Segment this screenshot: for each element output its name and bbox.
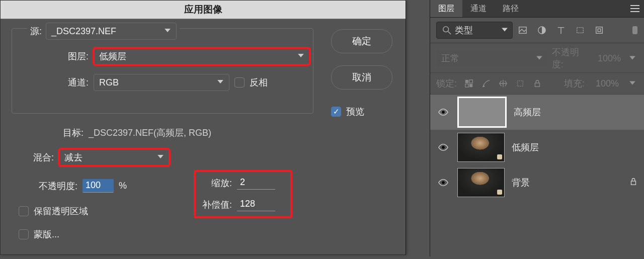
layers-list: 高频层 低频层 背景 bbox=[430, 95, 644, 200]
tab-channels[interactable]: 通道 bbox=[462, 0, 495, 17]
layers-panel: 图层 通道 路径 类型 bbox=[430, 0, 644, 256]
channel-label: 通道: bbox=[60, 76, 89, 89]
svg-point-16 bbox=[442, 181, 445, 184]
svg-rect-12 bbox=[518, 81, 523, 87]
preview-checkbox[interactable]: ✓ bbox=[331, 107, 341, 117]
panel-filter-toolbar: 类型 bbox=[430, 18, 644, 43]
filter-type-label: 类型 bbox=[455, 24, 473, 36]
svg-point-14 bbox=[442, 111, 445, 114]
layer-name: 低频层 bbox=[512, 141, 539, 153]
channel-value: RGB bbox=[99, 77, 119, 88]
visibility-icon[interactable] bbox=[436, 107, 450, 118]
source-group: 源: _DSC2397.NEF 图层: 低频层 bbox=[12, 28, 313, 114]
blend-opacity-row: 正常 不透明度: 100% bbox=[430, 43, 644, 73]
channel-select[interactable]: RGB bbox=[94, 74, 229, 91]
blend-select[interactable]: 减去 bbox=[59, 149, 170, 166]
ok-button[interactable]: 确定 bbox=[331, 29, 392, 53]
preserve-transparent-checkbox[interactable] bbox=[19, 206, 29, 216]
svg-rect-5 bbox=[596, 27, 603, 34]
adjustment-filter-icon[interactable] bbox=[537, 25, 547, 35]
svg-point-0 bbox=[443, 27, 449, 32]
chevron-down-icon bbox=[217, 77, 224, 88]
dialog-title: 应用图像 bbox=[1, 1, 406, 19]
blend-value: 减去 bbox=[64, 151, 83, 163]
mask-label: 蒙版... bbox=[34, 228, 59, 240]
chevron-down-icon bbox=[297, 51, 304, 62]
offset-label: 补偿值: bbox=[200, 199, 232, 211]
layer-label: 图层: bbox=[60, 50, 89, 62]
svg-rect-8 bbox=[469, 84, 472, 87]
mask-checkbox[interactable] bbox=[19, 229, 29, 239]
panel-opacity-input[interactable]: 100% bbox=[594, 51, 638, 66]
search-icon bbox=[442, 25, 452, 35]
lock-image-icon[interactable] bbox=[481, 78, 491, 89]
blend-mode-value: 正常 bbox=[441, 52, 459, 64]
lock-icon bbox=[629, 177, 638, 189]
filter-toggle[interactable] bbox=[632, 26, 638, 35]
svg-rect-4 bbox=[577, 28, 584, 33]
offset-input[interactable]: 128 bbox=[237, 198, 275, 211]
preview-label: 预览 bbox=[346, 106, 364, 118]
type-filter-icon[interactable] bbox=[556, 25, 566, 35]
layer-row[interactable]: 低频层 bbox=[430, 130, 644, 165]
source-select[interactable]: _DSC2397.NEF bbox=[46, 23, 177, 40]
scale-offset-highlight: 缩放: 2 补偿值: 128 bbox=[195, 171, 291, 217]
source-label: 源: bbox=[30, 25, 42, 37]
layer-thumbnail[interactable] bbox=[457, 168, 505, 197]
shape-filter-icon[interactable] bbox=[575, 25, 585, 35]
lock-all-icon[interactable] bbox=[532, 78, 542, 89]
fill-input[interactable]: 100% bbox=[592, 76, 638, 91]
layer-row[interactable]: 高频层 bbox=[430, 95, 644, 130]
svg-rect-10 bbox=[465, 84, 468, 87]
target-label: 目标: bbox=[63, 127, 84, 139]
svg-rect-7 bbox=[465, 80, 468, 83]
invert-label: 反相 bbox=[250, 76, 268, 89]
layer-row[interactable]: 背景 bbox=[430, 165, 644, 200]
opacity-input[interactable]: 100 bbox=[83, 179, 114, 193]
chevron-down-icon bbox=[501, 25, 508, 36]
chevron-down-icon bbox=[164, 26, 171, 37]
layer-select[interactable]: 低频层 bbox=[94, 48, 310, 65]
preserve-transparent-label: 保留透明区域 bbox=[34, 205, 88, 217]
source-value: _DSC2397.NEF bbox=[51, 26, 116, 37]
svg-rect-9 bbox=[469, 80, 472, 83]
pixel-filter-icon[interactable] bbox=[518, 25, 528, 35]
lock-transparent-icon[interactable] bbox=[464, 78, 474, 89]
lock-artboard-icon[interactable] bbox=[515, 78, 525, 89]
panel-tabs: 图层 通道 路径 bbox=[430, 0, 644, 18]
layer-name: 高频层 bbox=[514, 106, 541, 118]
panel-menu-icon[interactable] bbox=[626, 0, 644, 17]
chevron-down-icon bbox=[157, 152, 164, 163]
chevron-down-icon bbox=[629, 53, 636, 64]
smart-filter-icon[interactable] bbox=[594, 25, 604, 35]
cancel-button[interactable]: 取消 bbox=[331, 65, 392, 90]
svg-line-1 bbox=[448, 32, 451, 34]
svg-rect-6 bbox=[598, 29, 600, 31]
svg-rect-17 bbox=[631, 181, 636, 185]
fill-label: 填充: bbox=[564, 77, 585, 90]
blend-label: 混合: bbox=[29, 151, 54, 163]
layer-value: 低频层 bbox=[99, 50, 126, 62]
visibility-icon[interactable] bbox=[436, 177, 450, 188]
svg-point-11 bbox=[483, 85, 485, 88]
blend-mode-select[interactable]: 正常 bbox=[436, 50, 547, 66]
layer-thumbnail[interactable] bbox=[457, 97, 507, 128]
chevron-down-icon bbox=[629, 78, 636, 89]
layer-thumbnail[interactable] bbox=[457, 133, 505, 162]
filter-type-select[interactable]: 类型 bbox=[436, 22, 513, 39]
scale-input[interactable]: 2 bbox=[237, 176, 275, 190]
panel-opacity-label: 不透明度: bbox=[552, 46, 589, 70]
invert-checkbox[interactable] bbox=[234, 77, 245, 88]
opacity-label: 不透明度: bbox=[39, 180, 77, 192]
svg-rect-13 bbox=[535, 83, 540, 87]
layer-name: 背景 bbox=[512, 177, 530, 189]
apply-image-dialog: 应用图像 源: _DSC2397.NEF 图层: bbox=[0, 0, 406, 255]
lock-label: 锁定: bbox=[436, 77, 457, 90]
tab-layers[interactable]: 图层 bbox=[430, 0, 462, 17]
visibility-icon[interactable] bbox=[436, 142, 450, 153]
target-value: _DSC2397.NEF(高频层, RGB) bbox=[89, 127, 211, 139]
opacity-unit: % bbox=[119, 181, 127, 191]
chevron-down-icon bbox=[536, 53, 543, 64]
lock-position-icon[interactable] bbox=[498, 78, 508, 89]
tab-paths[interactable]: 路径 bbox=[495, 0, 527, 17]
